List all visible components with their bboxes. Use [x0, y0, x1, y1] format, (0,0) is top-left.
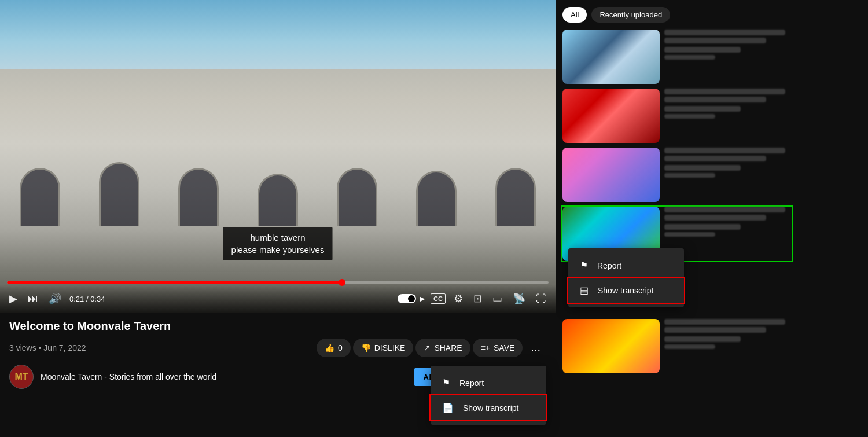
main-content: humble tavern please make yourselves ▶ ⏭… — [0, 0, 556, 437]
sidebar-report-label: Report — [597, 261, 621, 270]
rec-info-2 — [664, 89, 792, 143]
rec-video-item-2[interactable] — [562, 89, 792, 143]
rec-thumbnail-3 — [562, 148, 660, 202]
play-button[interactable]: ▶ — [7, 290, 20, 307]
filter-all-button[interactable]: All — [562, 7, 587, 23]
rec-title-blur-4b — [664, 215, 766, 221]
transcript-icon: 📄 — [442, 402, 454, 413]
sidebar-transcript-icon: ▤ — [580, 285, 589, 296]
sidebar-transcript-item[interactable]: ▤ Show transcript — [568, 278, 684, 303]
like-button[interactable]: 👍 0 — [317, 339, 351, 357]
cast-button[interactable]: 📡 — [510, 290, 528, 307]
report-icon: ⚑ — [442, 377, 450, 388]
rec-title-blur-4a — [664, 207, 785, 212]
rec-channel-blur-5 — [664, 336, 741, 342]
autoplay-pill[interactable] — [398, 294, 416, 303]
rec-title-blur-5b — [664, 327, 766, 333]
save-icon: ≡+ — [481, 343, 490, 352]
channel-avatar-initials: MT — [14, 372, 28, 382]
rec-channel-blur-1 — [664, 47, 741, 53]
rec-video-item-3[interactable] — [562, 148, 792, 202]
rec-meta-blur-4 — [664, 232, 715, 237]
show-transcript-menu-item[interactable]: 📄 Show transcript — [431, 395, 546, 420]
dislike-icon: 👎 — [361, 343, 371, 352]
subtitle-line2: please make yourselves — [231, 244, 325, 256]
settings-button[interactable]: ⚙ — [451, 290, 465, 307]
rec-video-item-5[interactable] — [562, 319, 792, 373]
autoplay-toggle[interactable]: ▶ — [398, 294, 425, 303]
rec-thumbnail-1 — [562, 30, 660, 84]
sidebar-filters: All Recently uploaded — [562, 7, 792, 23]
rec-info-3 — [664, 148, 792, 202]
controls-bar: ▶ ⏭ 🔊 0:21 / 0:34 ▶ CC ⚙ ⊡ ▭ 📡 ⛶ — [0, 285, 556, 313]
subtitle-line1: humble tavern — [231, 232, 325, 244]
sidebar-report-icon: ⚑ — [580, 260, 588, 271]
next-button[interactable]: ⏭ — [25, 291, 41, 307]
video-meta-row: 3 views • Jun 7, 2022 👍 0 👎 DISLIKE ↗ SH… — [9, 337, 546, 358]
context-menu: ⚑ Report 📄 Show transcript — [431, 366, 546, 425]
filter-recently-button[interactable]: Recently uploaded — [591, 7, 670, 23]
sidebar: All Recently uploaded — [556, 0, 799, 437]
theater-button[interactable]: ▭ — [490, 290, 505, 307]
channel-avatar[interactable]: MT — [9, 365, 34, 389]
cc-button[interactable]: CC — [431, 293, 446, 304]
rec-info-5 — [664, 319, 792, 373]
more-button[interactable]: ... — [525, 337, 546, 358]
save-label: SAVE — [494, 343, 514, 352]
rec-meta-blur-3 — [664, 173, 715, 178]
report-menu-item[interactable]: ⚑ Report — [431, 370, 546, 395]
rec-info-1 — [664, 30, 792, 84]
subtitle-box: humble tavern please make yourselves — [223, 227, 333, 260]
progress-bar[interactable] — [7, 281, 549, 284]
rec-title-blur-5a — [664, 319, 785, 325]
rec-title-blur-3b — [664, 156, 766, 161]
rec-title-blur-1b — [664, 38, 766, 43]
rec-thumbnail-2 — [562, 89, 660, 143]
rec-channel-blur-2 — [664, 106, 741, 112]
recommended-videos-list: ⚑ Report ▤ Show transcript — [562, 30, 792, 373]
miniplayer-button[interactable]: ⊡ — [471, 290, 484, 307]
rec-meta-blur-1 — [664, 55, 715, 60]
rec-title-blur-3a — [664, 148, 785, 153]
dislike-label: DISLIKE — [374, 343, 406, 352]
share-button[interactable]: ↗ SHARE — [415, 339, 470, 357]
rec-meta-blur-2 — [664, 114, 715, 119]
time-display: 0:21 / 0:34 — [69, 295, 105, 303]
sidebar-transcript-label: Show transcript — [598, 286, 653, 295]
progress-fill — [7, 281, 343, 284]
sidebar-context-menu: ⚑ Report ▤ Show transcript — [568, 248, 684, 307]
rec-channel-blur-4 — [664, 224, 741, 230]
video-player[interactable]: humble tavern please make yourselves ▶ ⏭… — [0, 0, 556, 313]
dislike-button[interactable]: 👎 DISLIKE — [353, 339, 414, 357]
rec-channel-blur-3 — [664, 165, 741, 171]
video-info: Welcome to Moonvale Tavern 3 views • Jun… — [0, 313, 556, 358]
like-icon: 👍 — [325, 343, 334, 352]
save-button[interactable]: ≡+ SAVE — [473, 339, 523, 357]
like-count: 0 — [338, 343, 343, 352]
volume-button[interactable]: 🔊 — [46, 290, 64, 307]
autoplay-icon: ▶ — [420, 295, 425, 303]
sidebar-report-item[interactable]: ⚑ Report — [568, 253, 684, 278]
rec-video-item[interactable] — [562, 30, 792, 84]
progress-container[interactable] — [0, 281, 556, 284]
fullscreen-button[interactable]: ⛶ — [534, 291, 549, 307]
show-transcript-label: Show transcript — [463, 403, 518, 413]
report-label: Report — [459, 379, 484, 388]
rec-meta-blur-5 — [664, 344, 715, 349]
sky — [0, 0, 556, 69]
action-buttons: 👍 0 👎 DISLIKE ↗ SHARE ≡+ SAVE ... — [317, 337, 546, 358]
share-label: SHARE — [434, 343, 462, 352]
rec-thumbnail-5 — [562, 319, 660, 373]
rec-title-blur-2a — [664, 89, 785, 94]
arches — [0, 156, 556, 226]
rec-title-blur-1a — [664, 30, 785, 35]
rec-title-blur-2b — [664, 97, 766, 102]
view-count: 3 views • Jun 7, 2022 — [9, 343, 86, 352]
channel-name[interactable]: Moonvale Tavern - Stories from all over … — [41, 372, 216, 381]
video-title: Welcome to Moonvale Tavern — [9, 320, 546, 333]
share-icon: ↗ — [424, 343, 431, 352]
video-background — [0, 0, 556, 313]
